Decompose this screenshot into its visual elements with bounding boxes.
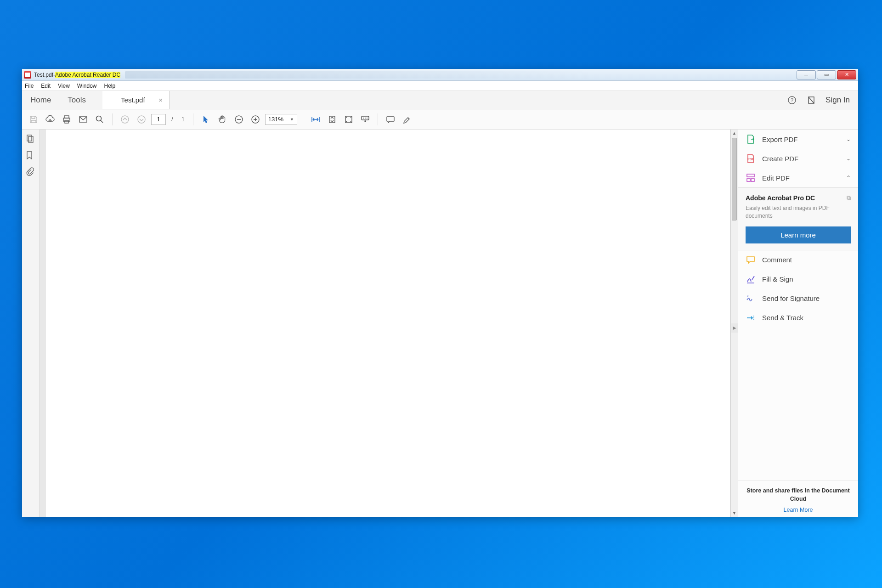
create-pdf-icon: PDF [746, 153, 756, 164]
tool-label: Send for Signature [762, 294, 820, 302]
tab-tools[interactable]: Tools [59, 91, 94, 109]
svg-point-33 [753, 317, 754, 318]
tool-comment[interactable]: Comment [738, 250, 858, 270]
tool-label: Send & Track [762, 314, 803, 322]
zoom-level-dropdown[interactable]: 131% ▼ [265, 114, 297, 125]
svg-rect-4 [64, 116, 69, 118]
tab-document[interactable]: Test.pdf × [102, 91, 170, 109]
window-controls: ─ ▭ ✕ [797, 70, 856, 79]
promo-title: Adobe Acrobat Pro DC [746, 194, 815, 202]
content-area: ◀ ▲ ▼ ▶ Export PDF ⌄ PDF Create PDF ⌄ [22, 130, 858, 517]
titlebar-background-tabs [125, 71, 797, 79]
fit-width-icon[interactable] [309, 113, 322, 126]
tool-create-pdf[interactable]: PDF Create PDF ⌄ [738, 149, 858, 168]
close-button[interactable]: ✕ [837, 70, 856, 79]
window-title-app: Adobe Acrobat Reader DC [55, 72, 120, 78]
page-separator: / [169, 116, 176, 123]
document-viewport: ◀ ▲ ▼ ▶ [40, 130, 738, 517]
print-icon[interactable] [60, 113, 74, 126]
comment-tool-icon [746, 255, 756, 265]
tool-fill-sign[interactable]: Fill & Sign [738, 270, 858, 289]
thumbnails-icon[interactable] [26, 134, 36, 144]
svg-point-22 [367, 118, 368, 119]
toolbar: / 1 131% ▼ [22, 109, 858, 130]
help-icon[interactable]: ? [787, 95, 797, 105]
sign-in-link[interactable]: Sign In [825, 96, 850, 105]
learn-more-button[interactable]: Learn more [746, 226, 851, 243]
cloud-upload-icon[interactable] [43, 113, 57, 126]
tool-label: Edit PDF [762, 174, 790, 182]
tab-home[interactable]: Home [22, 91, 59, 109]
page-up-icon[interactable] [118, 113, 132, 126]
tab-close-icon[interactable]: × [159, 96, 163, 104]
cloud-promo-link[interactable]: Learn More [746, 507, 850, 513]
svg-rect-28 [751, 179, 754, 181]
hand-tool-icon[interactable] [215, 113, 229, 126]
export-pdf-icon [746, 134, 756, 144]
menu-view[interactable]: View [58, 83, 70, 89]
pdf-page [46, 130, 730, 517]
page-number-input[interactable] [151, 114, 166, 125]
svg-rect-24 [28, 136, 33, 142]
search-icon[interactable] [93, 113, 107, 126]
svg-line-3 [808, 97, 814, 103]
page-down-icon[interactable] [135, 113, 148, 126]
read-mode-icon[interactable] [358, 113, 372, 126]
minimize-button[interactable]: ─ [797, 70, 816, 79]
edit-pdf-icon [746, 173, 756, 183]
tool-export-pdf[interactable]: Export PDF ⌄ [738, 130, 858, 149]
promo-copy-icon: ⧉ [847, 194, 851, 202]
highlight-icon[interactable] [400, 113, 414, 126]
scroll-up-icon[interactable]: ▲ [731, 130, 738, 137]
attachments-icon[interactable] [26, 167, 36, 177]
chevron-up-icon: ⌃ [846, 175, 851, 181]
tool-label: Create PDF [762, 155, 798, 163]
menu-help[interactable]: Help [104, 83, 116, 89]
chevron-down-icon: ⌄ [846, 155, 851, 162]
bookmarks-icon[interactable] [26, 151, 36, 161]
tool-label: Comment [762, 256, 792, 264]
zoom-out-icon[interactable] [232, 113, 246, 126]
scroll-down-icon[interactable]: ▼ [731, 509, 738, 517]
zoom-in-icon[interactable] [249, 113, 262, 126]
menu-edit[interactable]: Edit [41, 83, 51, 89]
fit-page-icon[interactable] [325, 113, 339, 126]
page-scroll-area[interactable] [40, 130, 730, 517]
svg-rect-27 [747, 179, 750, 181]
notifications-icon[interactable] [806, 95, 816, 105]
zoom-level-value: 131% [268, 116, 283, 123]
send-signature-icon: x [746, 294, 756, 304]
svg-text:PDF: PDF [747, 158, 754, 161]
scrollbar-thumb[interactable] [732, 138, 737, 220]
svg-point-20 [363, 118, 364, 119]
save-icon[interactable] [27, 113, 40, 126]
svg-point-21 [365, 118, 366, 119]
tab-document-label: Test.pdf [121, 96, 145, 104]
cloud-promo-title: Store and share files in the Document Cl… [746, 487, 850, 503]
comment-icon[interactable] [384, 113, 397, 126]
svg-point-8 [96, 116, 102, 121]
collapse-right-handle[interactable]: ▶ [731, 323, 738, 333]
selection-tool-icon[interactable] [199, 113, 213, 126]
menu-file[interactable]: File [25, 83, 34, 89]
email-icon[interactable] [76, 113, 90, 126]
tool-edit-pdf[interactable]: Edit PDF ⌃ [738, 168, 858, 187]
tool-send-signature[interactable]: x Send for Signature [738, 289, 858, 308]
fullscreen-icon[interactable] [342, 113, 356, 126]
menu-window[interactable]: Window [77, 83, 97, 89]
window-title-filename: Test.pdf [34, 72, 53, 78]
svg-rect-6 [65, 120, 68, 123]
left-navigation-pane [22, 130, 40, 517]
svg-point-32 [753, 316, 754, 317]
tabbar: Home Tools Test.pdf × ? Sign In [22, 91, 858, 109]
svg-text:?: ? [791, 97, 793, 103]
chevron-down-icon: ⌄ [846, 136, 851, 142]
tool-send-track[interactable]: Send & Track [738, 308, 858, 328]
titlebar: Test.pdf - Adobe Acrobat Reader DC ─ ▭ ✕ [22, 69, 858, 81]
maximize-button[interactable]: ▭ [817, 70, 836, 79]
svg-point-34 [753, 319, 754, 320]
svg-text:x: x [747, 294, 749, 298]
page-total: 1 [179, 116, 187, 123]
tool-label: Fill & Sign [762, 275, 793, 283]
svg-rect-5 [63, 118, 70, 121]
